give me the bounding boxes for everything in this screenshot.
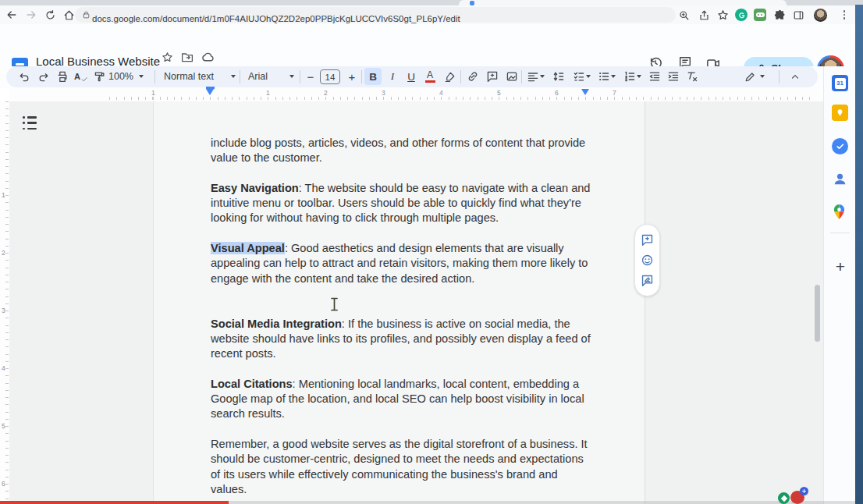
zoom-page-icon[interactable] [677, 8, 691, 22]
collapse-menus-icon[interactable] [787, 68, 804, 85]
right-indent-marker[interactable] [581, 89, 589, 95]
horizontal-ruler[interactable]: 1 1 2 3 4 5 6 7 [9, 88, 823, 101]
font-select[interactable]: Arial [248, 71, 294, 82]
forward-icon[interactable] [24, 8, 38, 22]
extensions-puzzle-icon[interactable] [772, 8, 787, 22]
paragraph[interactable]: Remember, a good website serves as the d… [211, 437, 595, 497]
document-outline-icon[interactable] [23, 116, 37, 130]
clear-formatting-icon[interactable] [684, 68, 701, 85]
browser-profile-avatar[interactable] [813, 8, 827, 22]
paragraph[interactable]: include blog posts, articles, videos, an… [211, 136, 595, 166]
suggest-edits-icon[interactable] [641, 274, 654, 287]
contacts-icon[interactable] [832, 171, 848, 187]
highlight-color-icon[interactable] [441, 68, 458, 85]
move-folder-icon[interactable] [180, 50, 194, 64]
keep-icon[interactable] [832, 105, 848, 121]
ruler-ticks [109, 97, 815, 100]
docs-header: Local Business Website File Edit View In… [0, 24, 863, 66]
document-canvas[interactable]: include blog posts, articles, videos, an… [9, 101, 823, 504]
workspace-side-panel: 31 + [823, 66, 856, 504]
video-progress-bar[interactable] [0, 501, 229, 504]
document-text[interactable]: include blog posts, articles, videos, an… [211, 136, 595, 504]
screenshot-root: docs.google.com/document/d/1m0F4AIUJOhQZ… [0, 0, 863, 504]
paragraph[interactable]: Visual Appeal: Good aesthetics and desig… [211, 241, 595, 286]
bulleted-list-icon[interactable] [595, 68, 613, 85]
checklist-caret-icon[interactable] [586, 75, 591, 78]
paragraph[interactable]: Easy Navigation: The website should be e… [211, 181, 595, 226]
text-cursor-ibeam [330, 297, 339, 311]
paragraph-style-select[interactable]: Normal text [164, 71, 236, 82]
reload-icon[interactable] [43, 8, 57, 22]
add-comment-icon[interactable] [484, 68, 501, 85]
star-document-icon[interactable] [160, 50, 174, 64]
editing-mode-pencil-icon[interactable] [741, 68, 758, 85]
numbered-list-caret-icon[interactable] [637, 75, 641, 78]
paragraph[interactable]: Social Media Integration: If the busines… [211, 317, 595, 362]
font-size-decrease-button[interactable]: − [302, 68, 319, 85]
text-color-button[interactable]: A [421, 68, 439, 85]
robot-extension-icon[interactable] [753, 8, 767, 22]
selected-text: Visual Appeal [211, 242, 285, 254]
side-panel-toggle-icon[interactable] [791, 8, 805, 22]
editing-mode-caret-icon[interactable] [760, 75, 765, 78]
overlay-plus-badge[interactable] [800, 487, 808, 495]
redo-icon[interactable] [35, 68, 52, 85]
checklist-icon[interactable] [570, 68, 588, 85]
cloud-status-icon[interactable] [201, 50, 215, 64]
share-page-icon[interactable] [697, 8, 711, 22]
print-icon[interactable] [54, 68, 71, 85]
get-addons-button[interactable]: + [831, 257, 850, 276]
italic-button[interactable]: I [384, 68, 401, 85]
paragraph[interactable]: Local Citations: Mentioning local landma… [211, 377, 595, 422]
browser-tab-strip [0, 0, 863, 5]
spellcheck-icon[interactable]: A [73, 68, 90, 85]
right-edge-strip [855, 5, 863, 504]
maps-icon[interactable] [832, 204, 848, 220]
left-indent-marker[interactable] [206, 89, 214, 95]
font-size-input[interactable]: 14 [320, 69, 340, 84]
emoji-reaction-icon[interactable] [641, 254, 654, 267]
vertical-ruler-ticks [5, 101, 9, 504]
increase-indent-icon[interactable] [665, 68, 682, 85]
toolbar-row: A 100% Normal text Arial − 14 [0, 66, 863, 88]
undo-icon[interactable] [16, 68, 33, 85]
panel-divider [830, 232, 850, 233]
underline-button[interactable]: U [403, 68, 420, 85]
active-tab[interactable] [459, 0, 787, 5]
insert-image-icon[interactable] [503, 68, 520, 85]
paint-format-icon[interactable] [91, 68, 108, 85]
zoom-select[interactable]: 100% [108, 71, 144, 82]
url-text[interactable]: docs.google.com/document/d/1m0F4AIUJOhQZ… [92, 14, 460, 23]
browser-menu-icon[interactable] [837, 8, 851, 22]
bulleted-list-caret-icon[interactable] [611, 75, 616, 78]
line-spacing-icon[interactable] [550, 68, 567, 85]
calendar-icon[interactable]: 31 [832, 75, 848, 91]
grammarly-extension-icon[interactable] [734, 8, 748, 22]
add-comment-margin-icon[interactable] [641, 233, 654, 247]
insert-link-icon[interactable] [464, 68, 481, 85]
scrollbar-thumb[interactable] [815, 285, 820, 342]
bookmark-star-icon[interactable] [716, 8, 730, 22]
align-caret-icon[interactable] [540, 75, 545, 78]
home-icon[interactable] [62, 8, 76, 22]
align-icon[interactable] [524, 68, 542, 85]
browser-toolbar: docs.google.com/document/d/1m0F4AIUJOhQZ… [0, 5, 863, 24]
overlay-green-badge[interactable] [778, 492, 790, 504]
margin-actions-capsule [634, 224, 660, 296]
bold-button[interactable]: B [364, 68, 382, 85]
back-icon[interactable] [5, 8, 19, 22]
toolbar: A 100% Normal text Arial − 14 [6, 66, 818, 87]
numbered-list-icon[interactable] [621, 68, 638, 85]
font-size-increase-button[interactable]: + [343, 68, 360, 85]
decrease-indent-icon[interactable] [646, 68, 663, 85]
tasks-icon[interactable] [832, 138, 848, 154]
